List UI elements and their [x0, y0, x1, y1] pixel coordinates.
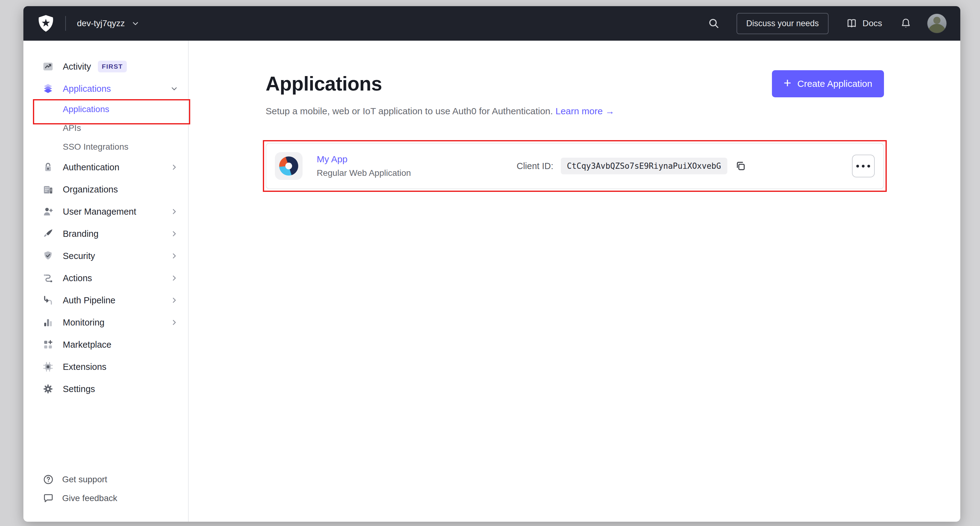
- sidebar-item-organizations[interactable]: Organizations: [23, 178, 188, 201]
- app-type-label: Regular Web Application: [317, 168, 411, 178]
- sidebar-item-label: Monitoring: [63, 317, 104, 328]
- arrow-right-icon: →: [605, 106, 615, 116]
- client-id-group: Client ID: CtCqy3AvbQZSo7sE9RiynaPuiXOxv…: [517, 158, 746, 174]
- sidebar-footer: Get support Give feedback: [23, 470, 188, 507]
- feedback-icon: [43, 493, 54, 504]
- create-application-label: Create Application: [797, 78, 873, 89]
- discuss-your-needs-button[interactable]: Discuss your needs: [737, 13, 829, 34]
- sidebar-item-label: Activity: [63, 62, 91, 72]
- chevron-down-icon: [170, 84, 179, 93]
- sidebar-item-monitoring[interactable]: Monitoring: [23, 311, 188, 333]
- sidebar-item-activity[interactable]: Activity FIRST: [23, 56, 188, 78]
- topbar: dev-tyj7qyzz Discuss your needs Docs: [23, 6, 960, 41]
- sidebar-item-label: Authentication: [63, 162, 119, 172]
- ellipsis-icon: [856, 165, 859, 167]
- application-row[interactable]: My App Regular Web Application Client ID…: [266, 143, 884, 189]
- sidebar-item-label: Extensions: [63, 362, 107, 372]
- notifications-bell-icon[interactable]: [900, 18, 912, 29]
- sidebar-subitem-label: APIs: [63, 123, 81, 133]
- applications-icon: [42, 83, 54, 95]
- tenant-switcher[interactable]: dev-tyj7qyzz: [77, 19, 140, 28]
- chevron-down-icon: [131, 19, 140, 28]
- chevron-right-icon: [170, 163, 179, 172]
- plus-icon: +: [784, 77, 791, 89]
- sidebar-item-settings[interactable]: Settings: [23, 378, 188, 400]
- branding-icon: [42, 228, 54, 240]
- sidebar-item-user-management[interactable]: User Management: [23, 201, 188, 223]
- app-logo: [275, 152, 302, 180]
- page-title: Applications: [266, 72, 382, 95]
- get-support-link[interactable]: Get support: [23, 470, 188, 489]
- sidebar-item-label: User Management: [63, 207, 136, 217]
- settings-icon: [42, 383, 54, 395]
- organizations-icon: [42, 183, 54, 196]
- create-application-button[interactable]: + Create Application: [772, 70, 884, 97]
- sidebar-item-security[interactable]: Security: [23, 245, 188, 267]
- sidebar-item-label: Branding: [63, 229, 99, 239]
- sidebar-subitem-label: Applications: [63, 104, 109, 114]
- sidebar-item-label: Applications: [63, 84, 111, 94]
- help-icon: [43, 473, 54, 485]
- sidebar: Activity FIRST Applications A: [23, 41, 189, 522]
- actions-icon: [42, 272, 54, 284]
- sidebar-item-label: Security: [63, 251, 95, 261]
- tenant-name: dev-tyj7qyzz: [77, 19, 125, 28]
- user-management-icon: [42, 206, 54, 218]
- sidebar-item-applications[interactable]: Applications: [23, 78, 188, 100]
- learn-more-link[interactable]: Learn more: [555, 106, 603, 116]
- subtitle-text: Setup a mobile, web or IoT application t…: [266, 106, 553, 116]
- docs-link[interactable]: Docs: [846, 18, 882, 29]
- give-feedback-link[interactable]: Give feedback: [23, 489, 188, 507]
- book-icon: [846, 18, 858, 29]
- sidebar-item-branding[interactable]: Branding: [23, 223, 188, 245]
- client-id-value: CtCqy3AvbQZSo7sE9RiynaPuiXOxvebG: [561, 158, 727, 174]
- chevron-right-icon: [170, 274, 179, 283]
- user-avatar[interactable]: [927, 14, 947, 33]
- chevron-right-icon: [170, 296, 179, 305]
- extensions-icon: [42, 360, 54, 373]
- monitoring-icon: [42, 316, 54, 328]
- sidebar-item-label: Organizations: [63, 185, 118, 194]
- sidebar-item-marketplace[interactable]: Marketplace: [23, 333, 188, 356]
- app-name-link[interactable]: My App: [317, 154, 347, 164]
- row-menu-button[interactable]: [852, 155, 875, 177]
- sidebar-item-apis[interactable]: APIs: [23, 119, 188, 137]
- chevron-right-icon: [170, 229, 179, 238]
- authentication-icon: [42, 161, 54, 174]
- auth-pipeline-icon: [42, 294, 54, 306]
- give-feedback-label: Give feedback: [62, 493, 117, 503]
- sidebar-item-label: Settings: [63, 384, 95, 394]
- sidebar-subitem-label: SSO Integrations: [63, 142, 128, 152]
- first-badge: FIRST: [98, 61, 127, 72]
- client-id-label: Client ID:: [517, 161, 553, 171]
- sidebar-item-label: Actions: [63, 273, 92, 283]
- search-icon[interactable]: [708, 17, 720, 30]
- docs-label: Docs: [862, 19, 882, 28]
- get-support-label: Get support: [62, 475, 107, 485]
- sidebar-item-extensions[interactable]: Extensions: [23, 356, 188, 378]
- sidebar-item-label: Auth Pipeline: [63, 295, 115, 306]
- sidebar-item-authentication[interactable]: Authentication: [23, 156, 188, 178]
- main-content: Applications + Create Application Setup …: [189, 41, 960, 522]
- sidebar-item-auth-pipeline[interactable]: Auth Pipeline: [23, 289, 188, 311]
- sidebar-item-sso-integrations[interactable]: SSO Integrations: [23, 137, 188, 156]
- marketplace-icon: [42, 338, 54, 351]
- chevron-right-icon: [170, 251, 179, 261]
- auth0-logo[interactable]: [38, 15, 54, 32]
- sidebar-item-actions[interactable]: Actions: [23, 267, 188, 289]
- security-icon: [42, 250, 54, 262]
- copy-icon[interactable]: [735, 160, 746, 172]
- chevron-right-icon: [170, 318, 179, 327]
- topbar-divider: [65, 16, 66, 31]
- sidebar-item-applications-sub[interactable]: Applications: [23, 100, 188, 119]
- chevron-right-icon: [170, 207, 179, 216]
- page-subtitle: Setup a mobile, web or IoT application t…: [266, 106, 884, 116]
- activity-icon: [42, 61, 54, 73]
- app-logo-icon: [279, 156, 298, 175]
- app-window: dev-tyj7qyzz Discuss your needs Docs: [23, 6, 960, 522]
- sidebar-item-label: Marketplace: [63, 340, 111, 350]
